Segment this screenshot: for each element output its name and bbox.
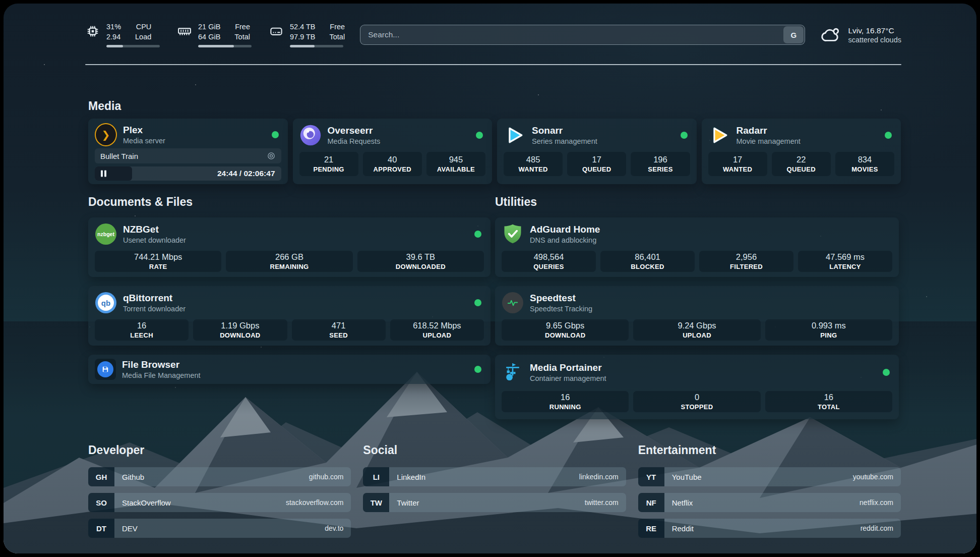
bookmark-url: github.com [309,473,343,481]
card-subtitle: DNS and adblocking [530,236,600,244]
section-title-developer: Developer [88,443,351,457]
status-dot-online [474,299,481,306]
cpu-usage-value: 31% [106,22,121,32]
bookmark-abbr: DT [88,519,114,538]
filebrowser-icon [95,359,116,380]
card-speedtest[interactable]: Speedtest Speedtest Tracking 9.65 GbpsDO… [495,286,899,346]
bookmark-twitter[interactable]: TW Twitter twitter.com [363,493,626,512]
header-divider [85,64,901,65]
sonarr-icon [504,124,526,146]
card-adguard[interactable]: AdGuard Home DNS and adblocking 498,564Q… [495,217,899,277]
stat-available: 945AVAILABLE [426,152,485,176]
cpu-progress-fill [106,45,123,47]
card-subtitle: Usenet downloader [123,236,186,244]
card-title: NZBGet [123,224,186,235]
media-card-row: ❯ Plex Media server Bullet Train 24:44 /… [88,119,901,184]
stat-download: 9.65 GbpsDOWNLOAD [502,319,629,341]
stat-series: 196SERIES [631,152,690,176]
card-radarr[interactable]: Radarr Movie management 17WANTED 22QUEUE… [702,119,901,184]
stat-downloaded: 39.6 TBDOWNLOADED [357,251,484,272]
bookmark-columns: Developer GH Github github.com SO StackO… [88,443,901,544]
bookmark-name: YouTube [672,473,702,481]
stat-seed: 471SEED [292,319,386,341]
card-title: AdGuard Home [530,224,600,235]
search-input[interactable] [360,25,805,45]
stat-upload: 9.24 GbpsUPLOAD [633,319,760,341]
card-title: Radarr [737,125,801,136]
card-title: qBittorrent [123,293,186,303]
card-portainer[interactable]: Media Portainer Container management 16R… [495,355,899,419]
cpu-chip-icon [85,24,100,39]
status-dot-online [476,132,483,139]
stat-remaining: 266 GBREMAINING [226,251,352,272]
section-title-entertainment: Entertainment [638,443,901,457]
disk-free-label: Free [330,22,345,32]
card-subtitle: Media Requests [328,137,381,145]
bookmark-url: reddit.com [861,524,893,532]
bookmark-github[interactable]: GH Github github.com [88,467,351,486]
cpu-load-label: Load [135,32,151,42]
card-title: File Browser [122,359,201,370]
weather-location-temp: Lviv, 16.87°C [848,26,901,36]
bookmark-url: youtube.com [853,473,893,481]
nzbget-icon: nzbget [95,223,117,245]
card-title: Plex [123,125,165,135]
stat-download: 1.19 GbpsDOWNLOAD [193,319,287,341]
bookmark-name: Reddit [672,524,694,533]
bookmark-stackoverflow[interactable]: SO StackOverflow stackoverflow.com [88,493,351,512]
status-dot-online [883,369,890,376]
stat-rate: 744.21 MbpsRATE [95,251,221,272]
stat-wanted: 17WANTED [708,152,767,176]
bookmark-name: Github [122,473,144,481]
stat-upload: 618.52 MbpsUPLOAD [390,319,484,341]
disk-widget: 52.4 TB 97.9 TB Free Total [269,22,345,47]
cpu-progress-bar [106,45,160,47]
cpu-load-value: 2.94 [106,32,121,42]
stat-pending: 21PENDING [299,152,358,176]
bookmark-youtube[interactable]: YT YouTube youtube.com [638,467,901,486]
system-stats: 31% 2.94 CPU Load [85,22,345,47]
card-overseerr[interactable]: Overseerr Media Requests 21PENDING 40APP… [293,119,493,184]
memory-total-label: Total [234,32,250,42]
bookmark-abbr: TW [363,493,389,512]
bookmark-url: twitter.com [585,498,619,507]
memory-total-value: 64 GiB [198,32,220,42]
card-title: Media Portainer [530,362,606,373]
memory-progress-fill [198,45,234,47]
bookmark-name: LinkedIn [397,473,425,481]
card-nzbget[interactable]: nzbget NZBGet Usenet downloader 744.21 M… [88,217,491,277]
bookmark-name: StackOverflow [122,498,171,507]
radarr-icon [708,124,730,146]
bookmark-linkedin[interactable]: LI LinkedIn linkedin.com [363,467,626,486]
search-engine-button[interactable]: G [783,26,804,43]
hard-drive-icon [269,24,284,39]
weather-widget[interactable]: Lviv, 16.87°C scattered clouds [820,24,901,45]
card-plex[interactable]: ❯ Plex Media server Bullet Train 24:44 /… [88,119,288,184]
stat-wanted: 485WANTED [504,152,563,176]
bookmark-url: netflix.com [860,498,893,507]
screenshot-frame: 31% 2.94 CPU Load [0,0,980,557]
overseerr-icon [299,124,322,146]
status-dot-online [681,132,688,139]
now-playing-row: Bullet Train [95,148,281,163]
stat-queries: 498,564QUERIES [502,251,596,272]
bookmark-netflix[interactable]: NF Netflix netflix.com [638,493,901,512]
bookmark-reddit[interactable]: RE Reddit reddit.com [638,519,901,538]
card-qbittorrent[interactable]: qb qBittorrent Torrent downloader 16LEEC… [88,286,491,346]
cpu-label: CPU [135,22,151,32]
portainer-icon [502,361,524,383]
bookmark-abbr: GH [88,467,114,486]
stat-blocked: 86,401BLOCKED [600,251,695,272]
memory-widget: 21 GiB 64 GiB Free Total [177,22,252,47]
bookmark-url: linkedin.com [579,473,619,481]
ram-icon [177,24,192,39]
disk-progress-fill [290,45,315,47]
weather-condition: scattered clouds [848,36,901,44]
bookmark-dev[interactable]: DT DEV dev.to [88,519,351,538]
playback-progress-bar: 24:44 / 02:06:47 [95,166,281,181]
card-filebrowser[interactable]: File Browser Media File Management [88,355,491,384]
stat-latency: 47.569 msLATENCY [798,251,892,272]
disk-free-value: 52.4 TB [290,22,316,32]
card-sonarr[interactable]: Sonarr Series management 485WANTED 17QUE… [497,119,697,184]
adguard-icon [502,223,524,245]
